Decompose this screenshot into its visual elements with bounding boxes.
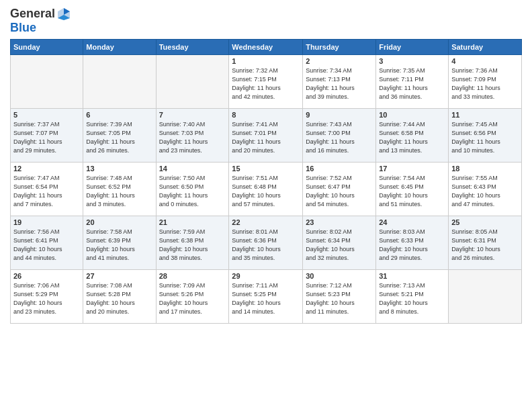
logo: General Blue xyxy=(10,7,71,35)
day-number: 10 xyxy=(379,111,445,119)
day-info: Sunrise: 8:03 AM Sunset: 6:33 PM Dayligh… xyxy=(379,228,445,263)
calendar-weekday-sunday: Sunday xyxy=(11,39,83,54)
calendar-cell: 4Sunrise: 7:36 AM Sunset: 7:09 PM Daylig… xyxy=(449,54,522,108)
day-number: 14 xyxy=(159,165,226,173)
day-info: Sunrise: 7:13 AM Sunset: 5:21 PM Dayligh… xyxy=(379,281,445,316)
day-info: Sunrise: 7:51 AM Sunset: 6:48 PM Dayligh… xyxy=(232,174,300,209)
day-info: Sunrise: 7:32 AM Sunset: 7:15 PM Dayligh… xyxy=(232,66,300,101)
day-info: Sunrise: 7:44 AM Sunset: 6:58 PM Dayligh… xyxy=(379,120,445,155)
logo-flag-icon xyxy=(56,7,71,21)
day-number: 20 xyxy=(86,218,152,226)
calendar-cell: 2Sunrise: 7:34 AM Sunset: 7:13 PM Daylig… xyxy=(303,54,376,108)
calendar-cell: 14Sunrise: 7:50 AM Sunset: 6:50 PM Dayli… xyxy=(156,162,229,216)
day-number: 5 xyxy=(13,111,80,119)
day-number: 17 xyxy=(379,165,445,173)
calendar-cell: 9Sunrise: 7:43 AM Sunset: 7:00 PM Daylig… xyxy=(303,108,376,162)
day-number: 29 xyxy=(232,272,300,280)
calendar-cell: 19Sunrise: 7:56 AM Sunset: 6:41 PM Dayli… xyxy=(11,216,83,269)
logo-general: General xyxy=(10,7,55,21)
calendar-cell: 3Sunrise: 7:35 AM Sunset: 7:11 PM Daylig… xyxy=(376,54,449,108)
day-info: Sunrise: 7:08 AM Sunset: 5:28 PM Dayligh… xyxy=(86,281,152,316)
calendar-cell: 23Sunrise: 8:02 AM Sunset: 6:34 PM Dayli… xyxy=(303,216,376,269)
calendar-cell: 21Sunrise: 7:59 AM Sunset: 6:38 PM Dayli… xyxy=(156,216,229,269)
calendar-weekday-tuesday: Tuesday xyxy=(156,39,229,54)
calendar-cell xyxy=(83,54,156,108)
day-info: Sunrise: 7:11 AM Sunset: 5:25 PM Dayligh… xyxy=(232,281,300,316)
calendar-cell: 10Sunrise: 7:44 AM Sunset: 6:58 PM Dayli… xyxy=(376,108,449,162)
day-number: 15 xyxy=(232,165,300,173)
day-info: Sunrise: 7:39 AM Sunset: 7:05 PM Dayligh… xyxy=(86,120,152,155)
calendar-cell: 22Sunrise: 8:01 AM Sunset: 6:36 PM Dayli… xyxy=(229,216,303,269)
calendar-cell: 30Sunrise: 7:12 AM Sunset: 5:23 PM Dayli… xyxy=(303,269,376,323)
day-info: Sunrise: 7:54 AM Sunset: 6:45 PM Dayligh… xyxy=(379,174,445,209)
day-number: 8 xyxy=(232,111,300,119)
day-number: 9 xyxy=(306,111,373,119)
calendar-cell: 25Sunrise: 8:05 AM Sunset: 6:31 PM Dayli… xyxy=(449,216,522,269)
day-number: 13 xyxy=(86,165,152,173)
day-info: Sunrise: 7:12 AM Sunset: 5:23 PM Dayligh… xyxy=(306,281,373,316)
day-number: 12 xyxy=(13,165,80,173)
calendar-cell: 24Sunrise: 8:03 AM Sunset: 6:33 PM Dayli… xyxy=(376,216,449,269)
day-number: 28 xyxy=(159,272,226,280)
day-info: Sunrise: 7:45 AM Sunset: 6:56 PM Dayligh… xyxy=(451,120,519,155)
calendar-week-row: 5Sunrise: 7:37 AM Sunset: 7:07 PM Daylig… xyxy=(11,108,522,162)
day-number: 1 xyxy=(232,57,300,65)
day-number: 18 xyxy=(451,165,519,173)
calendar-week-row: 12Sunrise: 7:47 AM Sunset: 6:54 PM Dayli… xyxy=(11,162,522,216)
day-info: Sunrise: 8:01 AM Sunset: 6:36 PM Dayligh… xyxy=(232,228,300,263)
calendar-weekday-thursday: Thursday xyxy=(303,39,376,54)
day-number: 25 xyxy=(451,218,519,226)
day-number: 2 xyxy=(306,57,373,65)
day-info: Sunrise: 7:35 AM Sunset: 7:11 PM Dayligh… xyxy=(379,66,445,101)
day-info: Sunrise: 8:05 AM Sunset: 6:31 PM Dayligh… xyxy=(451,228,519,263)
calendar-cell: 31Sunrise: 7:13 AM Sunset: 5:21 PM Dayli… xyxy=(376,269,449,323)
day-info: Sunrise: 7:43 AM Sunset: 7:00 PM Dayligh… xyxy=(306,120,373,155)
day-info: Sunrise: 8:02 AM Sunset: 6:34 PM Dayligh… xyxy=(306,228,373,263)
day-info: Sunrise: 7:41 AM Sunset: 7:01 PM Dayligh… xyxy=(232,120,300,155)
day-info: Sunrise: 7:55 AM Sunset: 6:43 PM Dayligh… xyxy=(451,174,519,209)
calendar-cell: 17Sunrise: 7:54 AM Sunset: 6:45 PM Dayli… xyxy=(376,162,449,216)
calendar-week-row: 1Sunrise: 7:32 AM Sunset: 7:15 PM Daylig… xyxy=(11,54,522,108)
day-info: Sunrise: 7:40 AM Sunset: 7:03 PM Dayligh… xyxy=(159,120,226,155)
calendar-cell xyxy=(156,54,229,108)
day-number: 27 xyxy=(86,272,152,280)
day-number: 26 xyxy=(13,272,80,280)
calendar-cell: 8Sunrise: 7:41 AM Sunset: 7:01 PM Daylig… xyxy=(229,108,303,162)
calendar-weekday-friday: Friday xyxy=(376,39,449,54)
day-number: 30 xyxy=(306,272,373,280)
calendar-cell: 6Sunrise: 7:39 AM Sunset: 7:05 PM Daylig… xyxy=(83,108,156,162)
day-info: Sunrise: 7:52 AM Sunset: 6:47 PM Dayligh… xyxy=(306,174,373,209)
calendar-table: SundayMondayTuesdayWednesdayThursdayFrid… xyxy=(10,39,522,324)
header: General Blue xyxy=(10,7,522,35)
page: General Blue SundayMondayTuesdayWednesda… xyxy=(0,0,532,411)
calendar-cell: 29Sunrise: 7:11 AM Sunset: 5:25 PM Dayli… xyxy=(229,269,303,323)
calendar-cell: 16Sunrise: 7:52 AM Sunset: 6:47 PM Dayli… xyxy=(303,162,376,216)
day-number: 24 xyxy=(379,218,445,226)
day-number: 3 xyxy=(379,57,445,65)
day-info: Sunrise: 7:59 AM Sunset: 6:38 PM Dayligh… xyxy=(159,228,226,263)
day-info: Sunrise: 7:58 AM Sunset: 6:39 PM Dayligh… xyxy=(86,228,152,263)
day-number: 21 xyxy=(159,218,226,226)
calendar-cell: 1Sunrise: 7:32 AM Sunset: 7:15 PM Daylig… xyxy=(229,54,303,108)
calendar-cell xyxy=(11,54,83,108)
calendar-header-row: SundayMondayTuesdayWednesdayThursdayFrid… xyxy=(11,39,522,54)
day-info: Sunrise: 7:50 AM Sunset: 6:50 PM Dayligh… xyxy=(159,174,226,209)
logo-blue: Blue xyxy=(10,21,36,34)
calendar-weekday-wednesday: Wednesday xyxy=(229,39,303,54)
day-number: 7 xyxy=(159,111,226,119)
calendar-cell: 5Sunrise: 7:37 AM Sunset: 7:07 PM Daylig… xyxy=(11,108,83,162)
calendar-weekday-monday: Monday xyxy=(83,39,156,54)
day-info: Sunrise: 7:09 AM Sunset: 5:26 PM Dayligh… xyxy=(159,281,226,316)
calendar-cell: 26Sunrise: 7:06 AM Sunset: 5:29 PM Dayli… xyxy=(11,269,83,323)
calendar-cell: 27Sunrise: 7:08 AM Sunset: 5:28 PM Dayli… xyxy=(83,269,156,323)
calendar-cell: 18Sunrise: 7:55 AM Sunset: 6:43 PM Dayli… xyxy=(449,162,522,216)
day-number: 4 xyxy=(451,57,519,65)
calendar-weekday-saturday: Saturday xyxy=(449,39,522,54)
calendar-cell: 15Sunrise: 7:51 AM Sunset: 6:48 PM Dayli… xyxy=(229,162,303,216)
day-info: Sunrise: 7:06 AM Sunset: 5:29 PM Dayligh… xyxy=(13,281,80,316)
calendar-cell: 11Sunrise: 7:45 AM Sunset: 6:56 PM Dayli… xyxy=(449,108,522,162)
day-number: 6 xyxy=(86,111,152,119)
day-info: Sunrise: 7:34 AM Sunset: 7:13 PM Dayligh… xyxy=(306,66,373,101)
day-number: 16 xyxy=(306,165,373,173)
day-number: 22 xyxy=(232,218,300,226)
